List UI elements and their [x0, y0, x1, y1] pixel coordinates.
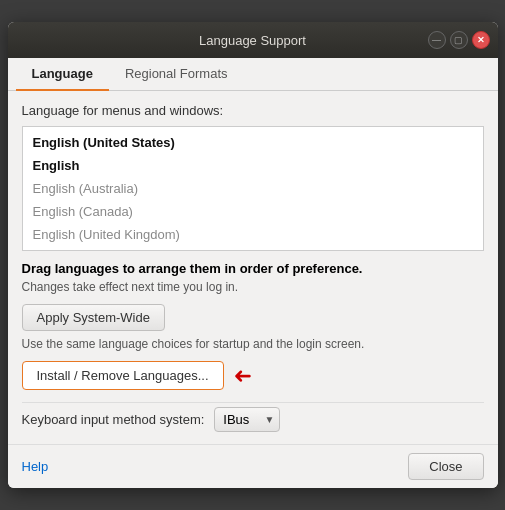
install-row: Install / Remove Languages... ➜ [22, 361, 484, 390]
keyboard-row: Keyboard input method system: IBus fcitx… [22, 402, 484, 432]
list-item[interactable]: English (United States) [23, 131, 483, 154]
keyboard-select[interactable]: IBus fcitx None [214, 407, 280, 432]
apply-hint: Use the same language choices for startu… [22, 337, 484, 351]
apply-row: Apply System-Wide [22, 304, 484, 331]
tab-bar: Language Regional Formats [8, 58, 498, 91]
list-item[interactable]: English (United Kingdom) [23, 223, 483, 246]
drag-hint: Drag languages to arrange them in order … [22, 261, 484, 276]
tab-language[interactable]: Language [16, 58, 109, 91]
apply-system-wide-button[interactable]: Apply System-Wide [22, 304, 165, 331]
list-item[interactable]: English [23, 154, 483, 177]
footer: Help Close [8, 444, 498, 488]
language-support-window: Language Support Language Regional Forma… [8, 22, 498, 488]
window-title: Language Support [199, 33, 306, 48]
arrow-icon: ➜ [234, 363, 252, 389]
drag-subhint: Changes take effect next time you log in… [22, 280, 484, 294]
minimize-button[interactable] [428, 31, 446, 49]
close-window-button[interactable] [472, 31, 490, 49]
help-link[interactable]: Help [22, 459, 49, 474]
section-label: Language for menus and windows: [22, 103, 484, 118]
language-tab-content: Language for menus and windows: English … [8, 91, 498, 444]
window-controls [428, 31, 490, 49]
keyboard-select-wrapper: IBus fcitx None ▼ [214, 407, 280, 432]
list-item[interactable]: English (Canada) [23, 200, 483, 223]
install-remove-button[interactable]: Install / Remove Languages... [22, 361, 224, 390]
keyboard-label: Keyboard input method system: [22, 412, 205, 427]
titlebar: Language Support [8, 22, 498, 58]
close-button[interactable]: Close [408, 453, 483, 480]
tab-regional-formats[interactable]: Regional Formats [109, 58, 244, 91]
main-content: Language Regional Formats Language for m… [8, 58, 498, 444]
language-list: English (United States) English English … [22, 126, 484, 251]
list-item[interactable]: English (Australia) [23, 177, 483, 200]
maximize-button[interactable] [450, 31, 468, 49]
